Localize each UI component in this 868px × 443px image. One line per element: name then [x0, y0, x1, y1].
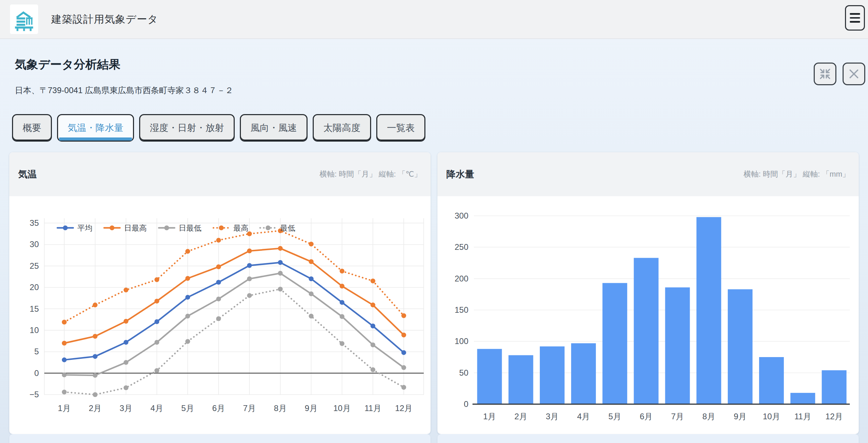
- svg-text:最高: 最高: [233, 224, 248, 232]
- tab-5[interactable]: 一覧表: [376, 114, 425, 142]
- svg-text:35: 35: [30, 218, 39, 228]
- svg-text:8月: 8月: [702, 412, 715, 421]
- page-title: 気象データ分析結果: [15, 57, 233, 73]
- svg-text:5: 5: [34, 347, 39, 356]
- result-header: 気象データ分析結果 日本、〒739-0041 広島県東広島市西条町寺家３８４７－…: [0, 39, 868, 96]
- app-logo: [10, 4, 38, 34]
- svg-text:250: 250: [455, 242, 468, 252]
- arrows-inward-icon: [819, 68, 831, 80]
- precipitation-axis-note: 横軸: 時間「月」 縦軸: 「mm」: [744, 169, 850, 179]
- precipitation-panel: 降水量 横軸: 時間「月」 縦軸: 「mm」 05010015020025030…: [437, 152, 859, 434]
- screen: 建築設計用気象データ 気象データ分析結果 日本、〒739-0041 広島県東広島…: [0, 0, 868, 443]
- svg-text:7月: 7月: [243, 403, 256, 413]
- svg-text:4月: 4月: [151, 403, 163, 413]
- precipitation-panel-header: 降水量 横軸: 時間「月」 縦軸: 「mm」: [437, 152, 859, 196]
- svg-text:1月: 1月: [483, 412, 496, 421]
- svg-text:20: 20: [30, 283, 39, 292]
- svg-text:6月: 6月: [212, 403, 225, 413]
- svg-text:11月: 11月: [365, 403, 381, 413]
- svg-text:10月: 10月: [333, 403, 351, 413]
- svg-text:日最高: 日最高: [124, 224, 147, 232]
- svg-text:11月: 11月: [794, 412, 811, 421]
- svg-text:最低: 最低: [280, 224, 295, 232]
- tab-4[interactable]: 太陽高度: [313, 114, 371, 142]
- temperature-chart-title: 気温: [18, 168, 37, 180]
- svg-text:3月: 3月: [546, 412, 558, 421]
- svg-text:3月: 3月: [120, 403, 132, 413]
- tab-3[interactable]: 風向・風速: [240, 114, 308, 142]
- tab-bar: 概要気温・降水量湿度・日射・放射風向・風速太陽高度一覧表: [12, 114, 425, 142]
- svg-text:5月: 5月: [609, 412, 621, 421]
- svg-text:0: 0: [464, 399, 468, 409]
- svg-text:4月: 4月: [577, 412, 590, 421]
- svg-text:2月: 2月: [89, 403, 101, 413]
- temperature-chart: 1月2月3月4月5月6月7月8月9月10月11月12月−505101520253…: [9, 196, 431, 434]
- next-section-strip-right: [437, 434, 859, 443]
- svg-text:−5: −5: [30, 390, 39, 399]
- app-title: 建築設計用気象データ: [51, 12, 158, 26]
- svg-text:9月: 9月: [734, 412, 746, 421]
- svg-text:10: 10: [30, 325, 39, 335]
- svg-text:9月: 9月: [305, 403, 318, 413]
- svg-text:150: 150: [455, 305, 468, 314]
- tab-2[interactable]: 湿度・日射・放射: [139, 114, 235, 142]
- svg-text:1月: 1月: [58, 403, 70, 413]
- svg-text:6月: 6月: [640, 412, 653, 421]
- tab-0[interactable]: 概要: [12, 114, 52, 142]
- svg-text:300: 300: [455, 211, 468, 220]
- svg-text:25: 25: [30, 261, 39, 270]
- svg-text:30: 30: [30, 240, 39, 249]
- svg-text:2月: 2月: [514, 412, 527, 421]
- svg-text:50: 50: [459, 368, 468, 377]
- app-header: 建築設計用気象データ: [0, 0, 868, 39]
- svg-text:日最低: 日最低: [179, 224, 201, 232]
- svg-text:200: 200: [455, 274, 468, 283]
- close-icon: [848, 68, 859, 79]
- temperature-axis-note: 横軸: 時間「月」 縦軸: 「℃」: [320, 169, 422, 179]
- tab-1-active[interactable]: 気温・降水量: [57, 114, 134, 142]
- precipitation-chart-title: 降水量: [446, 168, 474, 180]
- menu-button[interactable]: [845, 5, 865, 31]
- svg-text:5月: 5月: [181, 403, 194, 413]
- svg-text:100: 100: [455, 336, 468, 346]
- building-logo-icon: [13, 7, 35, 32]
- address-text: 日本、〒739-0041 広島県東広島市西条町寺家３８４７－２: [15, 85, 233, 96]
- precipitation-bar-chart: 0501001502002503001月2月3月4月5月6月7月8月9月10月1…: [437, 196, 859, 434]
- temperature-panel-header: 気温 横軸: 時間「月」 縦軸: 「℃」: [9, 152, 431, 196]
- precipitation-chart: 0501001502002503001月2月3月4月5月6月7月8月9月10月1…: [437, 196, 859, 434]
- svg-text:15: 15: [30, 304, 39, 313]
- close-button[interactable]: [843, 63, 865, 85]
- svg-text:0: 0: [34, 368, 39, 378]
- svg-text:12月: 12月: [395, 403, 413, 413]
- hamburger-icon: [850, 13, 860, 15]
- svg-text:8月: 8月: [274, 403, 287, 413]
- svg-text:7月: 7月: [671, 412, 684, 421]
- collapse-button[interactable]: [814, 63, 836, 85]
- svg-text:10月: 10月: [763, 412, 780, 421]
- temperature-panel: 気温 横軸: 時間「月」 縦軸: 「℃」 1月2月3月4月5月6月7月8月9月1…: [9, 152, 431, 434]
- svg-text:12月: 12月: [825, 412, 843, 421]
- temperature-line-chart: 1月2月3月4月5月6月7月8月9月10月11月12月−505101520253…: [9, 196, 431, 434]
- next-section-strip-left: [9, 434, 431, 443]
- charts-row: 気温 横軸: 時間「月」 縦軸: 「℃」 1月2月3月4月5月6月7月8月9月1…: [0, 152, 868, 443]
- svg-text:平均: 平均: [77, 224, 92, 232]
